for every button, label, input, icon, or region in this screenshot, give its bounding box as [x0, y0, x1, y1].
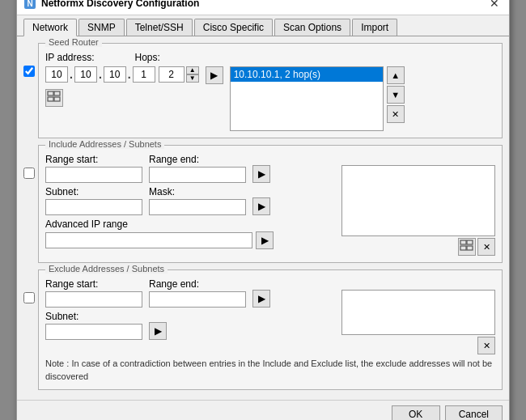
exclude-checkbox[interactable] — [23, 292, 35, 303]
svg-rect-8 — [460, 246, 466, 250]
seed-router-content: IP address: Hops: . . . — [45, 52, 495, 131]
tab-scan-options[interactable]: Scan Options — [274, 19, 350, 36]
include-advanced-row: Advanced IP range ▶ — [45, 218, 335, 249]
exclude-range-end-input[interactable] — [149, 291, 246, 308]
ip-dot-2: . — [99, 68, 102, 81]
hops-input[interactable] — [159, 66, 185, 83]
include-section-label: Include Addresses / Subnets — [45, 139, 164, 149]
hops-group: ▲ ▼ — [159, 66, 199, 83]
tab-snmp[interactable]: SNMP — [78, 19, 125, 36]
note-text: Note : In case of a contradiction betwee… — [45, 358, 495, 383]
range-start-input[interactable] — [45, 167, 142, 183]
exclude-range-end-label: Range end: — [149, 278, 246, 290]
range-start-label: Range start: — [45, 154, 142, 165]
hops-down-btn[interactable]: ▼ — [186, 74, 199, 83]
seed-down-button[interactable]: ▼ — [387, 86, 405, 104]
seed-grid-row — [45, 89, 199, 107]
hops-up-btn[interactable]: ▲ — [186, 66, 199, 74]
close-button[interactable]: ✕ — [486, 0, 503, 10]
mask-group: Mask: — [149, 186, 246, 215]
range-end-label: Range end: — [149, 154, 246, 165]
svg-rect-6 — [460, 240, 466, 244]
include-checkbox[interactable] — [23, 168, 35, 179]
range-add-button[interactable]: ▶ — [252, 165, 270, 183]
exclude-section-label: Exclude Addresses / Subnets — [45, 264, 168, 274]
seed-router-list[interactable]: 10.10.10.1, 2 hop(s) — [230, 66, 384, 131]
exclude-content: Range start: Range end: ▶ — [45, 278, 495, 383]
ip-segment-1[interactable] — [45, 66, 68, 83]
include-section: Include Addresses / Subnets Range start:… — [38, 145, 503, 263]
seed-list-area: 10.10.10.1, 2 hop(s) ▲ ▼ ✕ — [230, 52, 405, 131]
tab-telnet-ssh[interactable]: Telnet/SSH — [126, 19, 193, 36]
ok-button[interactable]: OK — [392, 405, 440, 420]
exclude-list[interactable] — [341, 290, 495, 335]
exclude-left: Range start: Range end: ▶ — [45, 278, 335, 343]
exclude-subnet-input[interactable] — [45, 324, 142, 340]
grid-icon — [47, 91, 62, 105]
seed-up-button[interactable]: ▲ — [387, 66, 405, 84]
dialog-window: N Netformx Discovery Configuration ✕ Net… — [16, 0, 510, 420]
tab-import[interactable]: Import — [352, 19, 397, 36]
seed-add-button[interactable]: ▶ — [206, 66, 223, 84]
cancel-button[interactable]: Cancel — [445, 405, 503, 420]
ip-dot-1: . — [70, 68, 73, 81]
ip-address-label: IP address: — [45, 52, 94, 63]
range-end-group: Range end: — [149, 154, 246, 183]
ip-segment-3[interactable] — [104, 66, 126, 83]
include-grid-button[interactable] — [458, 238, 476, 256]
seed-delete-button[interactable]: ✕ — [387, 105, 405, 123]
tab-network[interactable]: Network — [23, 19, 77, 36]
hops-spinner: ▲ ▼ — [186, 66, 199, 83]
ip-segment-4[interactable] — [133, 66, 155, 83]
exclude-range-end-group: Range end: — [149, 278, 246, 308]
exclude-range-row: Range start: Range end: ▶ — [45, 278, 335, 308]
titlebar: N Netformx Discovery Configuration ✕ — [17, 0, 509, 15]
exclude-range-add-button[interactable]: ▶ — [252, 290, 270, 308]
include-side-buttons: ✕ — [458, 238, 495, 256]
ip-segment-2[interactable] — [74, 66, 97, 83]
include-delete-button[interactable]: ✕ — [477, 238, 495, 256]
advanced-input-row: ▶ — [45, 231, 335, 249]
include-main-row: Range start: Range end: ▶ — [45, 154, 495, 256]
exclude-range-start-input[interactable] — [45, 291, 142, 308]
seed-router-wrapper: Seed Router IP address: Hops: . — [23, 43, 503, 138]
subnet-input[interactable] — [45, 199, 142, 215]
mask-label: Mask: — [149, 186, 246, 197]
range-end-input[interactable] — [149, 167, 246, 183]
exclude-main-row: Range start: Range end: ▶ — [45, 278, 495, 354]
exclude-side-buttons: ✕ — [477, 337, 495, 354]
subnet-label: Subnet: — [45, 186, 142, 197]
svg-rect-5 — [54, 97, 60, 101]
exclude-range-start-label: Range start: — [45, 278, 142, 290]
ip-hops-row: . . . ▲ — [45, 66, 199, 83]
svg-text:N: N — [27, 0, 32, 8]
tabs-bar: Network SNMP Telnet/SSH Cisco Specific S… — [17, 15, 509, 36]
svg-rect-3 — [54, 91, 60, 95]
subnet-group: Subnet: — [45, 186, 142, 215]
include-left: Range start: Range end: ▶ — [45, 154, 335, 252]
seed-router-label: Seed Router — [45, 37, 102, 47]
svg-rect-7 — [467, 240, 473, 244]
hops-label: Hops: — [134, 52, 159, 63]
include-grid-icon — [460, 240, 474, 254]
range-start-group: Range start: — [45, 154, 142, 183]
exclude-section-wrapper: Exclude Addresses / Subnets Range start:… — [23, 269, 503, 390]
exclude-delete-button[interactable]: ✕ — [477, 337, 495, 354]
list-item[interactable]: 10.10.10.1, 2 hop(s) — [231, 67, 383, 82]
advanced-input[interactable] — [45, 232, 252, 248]
exclude-right: ✕ — [341, 278, 495, 354]
seed-grid-button[interactable] — [45, 89, 63, 107]
subnet-add-button[interactable]: ▶ — [252, 197, 270, 215]
include-content: Range start: Range end: ▶ — [45, 154, 495, 256]
seed-router-form: IP address: Hops: . . . — [45, 52, 199, 107]
seed-router-checkbox[interactable] — [23, 66, 35, 77]
include-section-wrapper: Include Addresses / Subnets Range start:… — [23, 145, 503, 263]
tab-cisco-specific[interactable]: Cisco Specific — [194, 19, 273, 36]
dialog-title: Netformx Discovery Configuration — [41, 0, 199, 9]
exclude-subnet-add-button[interactable]: ▶ — [149, 322, 167, 340]
include-list[interactable] — [341, 165, 495, 236]
mask-input[interactable] — [149, 199, 246, 215]
include-right: ✕ — [341, 154, 495, 256]
advanced-add-button[interactable]: ▶ — [256, 231, 274, 249]
exclude-subnet-row: Subnet: ▶ — [45, 311, 335, 340]
